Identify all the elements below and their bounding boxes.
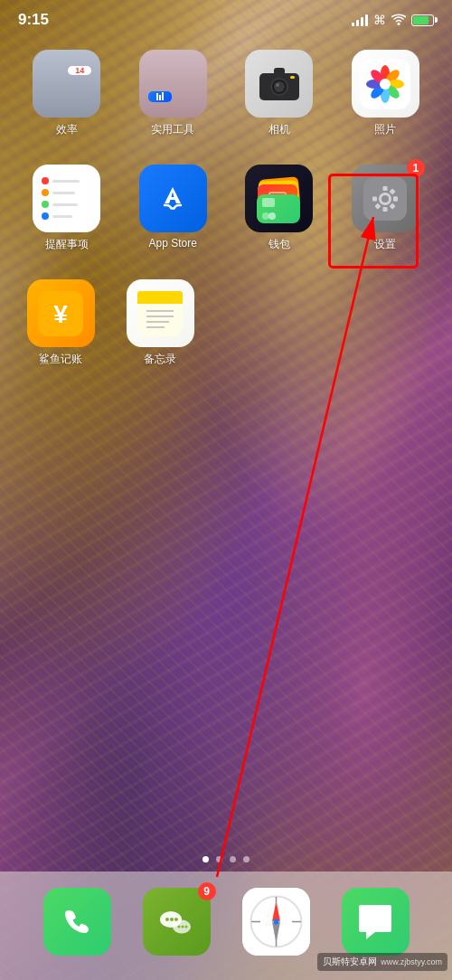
svg-rect-3 [162, 92, 164, 100]
svg-point-9 [276, 83, 279, 87]
page-dot-4 [243, 856, 250, 862]
svg-rect-25 [383, 207, 388, 212]
app-notes[interactable]: 备忘录 [115, 279, 205, 367]
notes-icon [137, 291, 183, 336]
app-tools[interactable]: 实用工具 [127, 50, 218, 137]
phone-icon [59, 903, 95, 939]
svg-rect-36 [137, 301, 183, 304]
wifi-icon [391, 14, 406, 26]
svg-point-49 [182, 926, 184, 928]
watermark-brand: 贝斯特安卓网 [323, 956, 377, 968]
svg-point-23 [381, 195, 389, 203]
status-bar: 9:15 ⌘ [0, 0, 452, 40]
app-appstore[interactable]: App Store [127, 165, 218, 252]
photos-icon [360, 59, 410, 109]
app-row-1: 14 效率 实用工具 [14, 50, 438, 137]
app-photos[interactable]: 照片 [340, 50, 430, 137]
app-settings[interactable]: 1 设置 [340, 165, 430, 252]
svg-text:¥: ¥ [53, 300, 68, 328]
page-dot-2 [216, 856, 222, 862]
app-photos-label: 照片 [374, 122, 396, 137]
battery-icon [411, 14, 434, 26]
svg-point-50 [185, 926, 188, 928]
svg-point-20 [380, 79, 391, 90]
dock-phone[interactable] [43, 888, 111, 956]
svg-rect-5 [274, 68, 285, 75]
svg-rect-2 [159, 95, 161, 100]
svg-rect-1 [156, 93, 158, 100]
finance-icon: ¥ [38, 291, 83, 336]
watermark: 贝斯特安卓网 www.zjbstyy.com [317, 953, 447, 971]
page-dot-3 [230, 856, 236, 862]
svg-rect-26 [372, 196, 377, 201]
status-time: 9:15 [18, 11, 49, 29]
svg-point-8 [274, 81, 285, 92]
svg-point-45 [170, 918, 174, 921]
app-wallet[interactable]: 钱包 [234, 165, 325, 252]
app-appstore-label: App Store [149, 237, 197, 250]
appstore-icon [154, 180, 192, 218]
dock-safari[interactable] [242, 888, 310, 956]
signal-icon [352, 14, 368, 26]
app-settings-label: 设置 [374, 237, 396, 252]
svg-point-48 [178, 926, 181, 928]
svg-point-59 [273, 919, 278, 924]
watermark-url: www.zjbstyy.com [381, 957, 442, 966]
camera-icon [259, 68, 299, 100]
svg-rect-30 [393, 196, 398, 201]
app-notes-label: 备忘录 [144, 352, 176, 367]
svg-rect-10 [290, 76, 295, 79]
app-reminders-label: 提醒事项 [45, 237, 89, 252]
dock-messages[interactable] [342, 888, 410, 956]
app-camera-label: 相机 [268, 122, 290, 137]
dock-wechat[interactable]: 9 [143, 888, 211, 956]
status-icons: ⌘ [352, 13, 434, 27]
svg-rect-24 [383, 186, 388, 191]
app-wallet-label: 钱包 [268, 237, 290, 252]
app-camera[interactable]: 相机 [234, 50, 325, 137]
app-reminders[interactable]: 提醒事项 [22, 165, 112, 252]
app-efficiency[interactable]: 14 效率 [22, 50, 112, 137]
app-finance-label: 鲨鱼记账 [39, 352, 82, 367]
page-dots [0, 856, 452, 862]
svg-point-0 [398, 23, 400, 25]
app-row-3: ¥ 鲨鱼记账 备忘录 [14, 279, 438, 367]
app-tools-label: 实用工具 [151, 122, 194, 137]
messages-icon [353, 901, 397, 941]
page-dot-1 [202, 856, 209, 862]
wechat-badge: 9 [198, 882, 216, 900]
app-row-2: 提醒事项 App Store [14, 165, 438, 252]
app-grid: 14 效率 实用工具 [0, 50, 452, 394]
safari-icon [242, 888, 310, 956]
app-efficiency-label: 效率 [56, 122, 78, 137]
settings-icon [363, 177, 407, 221]
svg-point-44 [165, 918, 169, 921]
settings-badge: 1 [407, 159, 425, 177]
wifi-icon: ⌘ [373, 13, 386, 27]
app-finance[interactable]: ¥ 鲨鱼记账 [15, 279, 106, 367]
wechat-icon [156, 903, 196, 939]
